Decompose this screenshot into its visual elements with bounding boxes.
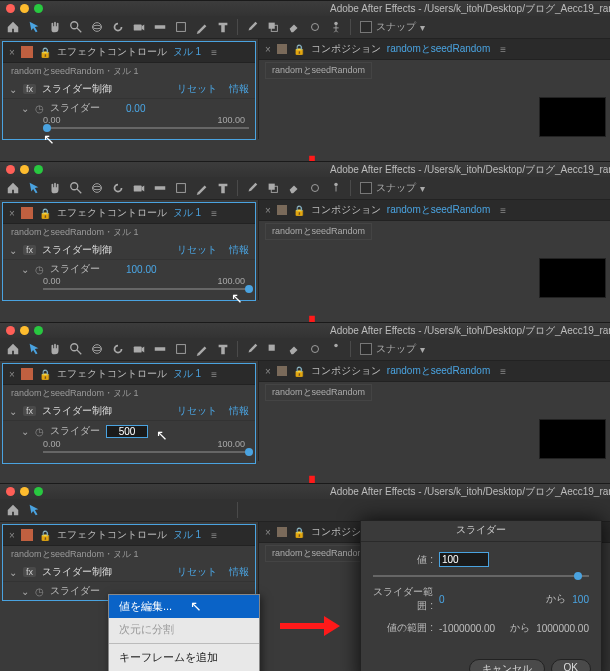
lock-icon[interactable]: 🔒: [39, 208, 51, 219]
fx-badge[interactable]: fx: [23, 406, 36, 416]
pan-behind-tool-icon[interactable]: [151, 179, 169, 197]
comp-pill[interactable]: randomとseedRandom: [265, 223, 372, 240]
panel-close-icon[interactable]: ×: [265, 205, 271, 216]
home-icon[interactable]: [4, 501, 22, 519]
home-icon[interactable]: [4, 18, 22, 36]
shape-tool-icon[interactable]: [172, 179, 190, 197]
chevron-down-icon[interactable]: ⌄: [9, 84, 17, 95]
panel-target-link[interactable]: ヌル 1: [173, 528, 201, 542]
minimize-window-icon[interactable]: [20, 487, 29, 496]
menu-item-edit-value[interactable]: 値を編集...: [109, 595, 259, 618]
zoom-window-icon[interactable]: [34, 326, 43, 335]
panel-menu-icon[interactable]: ≡: [500, 366, 506, 377]
effect-name[interactable]: スライダー制御: [42, 404, 112, 418]
fx-badge[interactable]: fx: [23, 567, 36, 577]
slider-track[interactable]: [43, 451, 249, 453]
panel-target-link[interactable]: ヌル 1: [173, 45, 201, 59]
pen-tool-icon[interactable]: [193, 179, 211, 197]
chevron-down-icon[interactable]: ⌄: [21, 586, 29, 597]
lock-icon[interactable]: 🔒: [39, 369, 51, 380]
reset-link[interactable]: リセット: [177, 82, 217, 96]
stopwatch-icon[interactable]: ◷: [35, 426, 44, 437]
close-window-icon[interactable]: [6, 165, 15, 174]
panel-menu-icon[interactable]: ≡: [211, 208, 217, 219]
dialog-slider-thumb[interactable]: [574, 572, 582, 580]
lock-icon[interactable]: 🔒: [293, 527, 305, 538]
slider-thumb[interactable]: [245, 448, 253, 456]
hand-tool-icon[interactable]: [46, 340, 64, 358]
text-tool-icon[interactable]: [214, 501, 232, 519]
eraser-tool-icon[interactable]: [285, 501, 303, 519]
reset-link[interactable]: リセット: [177, 565, 217, 579]
brush-tool-icon[interactable]: [243, 340, 261, 358]
close-window-icon[interactable]: [6, 487, 15, 496]
pen-tool-icon[interactable]: [193, 340, 211, 358]
lock-icon[interactable]: 🔒: [293, 205, 305, 216]
lock-icon[interactable]: 🔒: [293, 44, 305, 55]
slider-thumb[interactable]: [245, 285, 253, 293]
roto-tool-icon[interactable]: [306, 501, 324, 519]
rotate-tool-icon[interactable]: [109, 18, 127, 36]
rotate-tool-icon[interactable]: [109, 340, 127, 358]
comp-pill[interactable]: randomとseedRandom: [265, 545, 372, 562]
reset-link[interactable]: リセット: [177, 404, 217, 418]
snap-checkbox[interactable]: [360, 182, 372, 194]
panel-menu-icon[interactable]: ≡: [500, 205, 506, 216]
panel-menu-icon[interactable]: ≡: [211, 47, 217, 58]
menu-item-add-keyframe[interactable]: キーフレームを追加: [109, 646, 259, 669]
lock-icon[interactable]: 🔒: [293, 366, 305, 377]
chevron-down-icon[interactable]: ⌄: [21, 426, 29, 437]
snap-checkbox[interactable]: [360, 343, 372, 355]
minimize-window-icon[interactable]: [20, 326, 29, 335]
fx-badge[interactable]: fx: [23, 245, 36, 255]
orbit-tool-icon[interactable]: [88, 18, 106, 36]
text-tool-icon[interactable]: [214, 340, 232, 358]
dialog-range-min[interactable]: 0: [439, 594, 445, 605]
panel-close-icon[interactable]: ×: [9, 369, 15, 380]
panel-close-icon[interactable]: ×: [265, 44, 271, 55]
effect-name[interactable]: スライダー制御: [42, 565, 112, 579]
panel-menu-icon[interactable]: ≡: [500, 44, 506, 55]
cancel-button[interactable]: キャンセル: [469, 659, 545, 671]
lock-icon[interactable]: 🔒: [39, 530, 51, 541]
dialog-slider-track[interactable]: [373, 575, 589, 577]
dialog-range-max[interactable]: 100: [572, 594, 589, 605]
eraser-tool-icon[interactable]: [285, 179, 303, 197]
reset-link[interactable]: リセット: [177, 243, 217, 257]
chevron-down-icon[interactable]: ⌄: [21, 103, 29, 114]
hand-tool-icon[interactable]: [46, 501, 64, 519]
camera-tool-icon[interactable]: [130, 179, 148, 197]
clone-tool-icon[interactable]: [264, 18, 282, 36]
selection-tool-icon[interactable]: [25, 340, 43, 358]
stopwatch-icon[interactable]: ◷: [35, 264, 44, 275]
eraser-tool-icon[interactable]: [285, 18, 303, 36]
slider-value[interactable]: 0.00: [126, 103, 145, 114]
zoom-window-icon[interactable]: [34, 165, 43, 174]
chevron-down-icon[interactable]: ⌄: [9, 567, 17, 578]
puppet-tool-icon[interactable]: [327, 179, 345, 197]
pan-behind-tool-icon[interactable]: [151, 340, 169, 358]
eraser-tool-icon[interactable]: [285, 340, 303, 358]
shape-tool-icon[interactable]: [172, 501, 190, 519]
brush-tool-icon[interactable]: [243, 18, 261, 36]
zoom-tool-icon[interactable]: [67, 179, 85, 197]
pan-behind-tool-icon[interactable]: [151, 501, 169, 519]
snap-checkbox[interactable]: [360, 21, 372, 33]
panel-close-icon[interactable]: ×: [9, 208, 15, 219]
effect-name[interactable]: スライダー制御: [42, 82, 112, 96]
slider-value[interactable]: 100.00: [126, 264, 157, 275]
clone-tool-icon[interactable]: [264, 179, 282, 197]
minimize-window-icon[interactable]: [20, 165, 29, 174]
composition-viewer[interactable]: [539, 419, 606, 459]
stopwatch-icon[interactable]: ◷: [35, 586, 44, 597]
close-window-icon[interactable]: [6, 4, 15, 13]
comp-name-link[interactable]: randomとseedRandom: [387, 203, 490, 217]
info-link[interactable]: 情報: [229, 243, 249, 257]
roto-tool-icon[interactable]: [306, 18, 324, 36]
panel-target-link[interactable]: ヌル 1: [173, 206, 201, 220]
lock-icon[interactable]: 🔒: [39, 47, 51, 58]
clone-tool-icon[interactable]: [264, 501, 282, 519]
puppet-tool-icon[interactable]: [327, 18, 345, 36]
info-link[interactable]: 情報: [229, 404, 249, 418]
camera-tool-icon[interactable]: [130, 18, 148, 36]
